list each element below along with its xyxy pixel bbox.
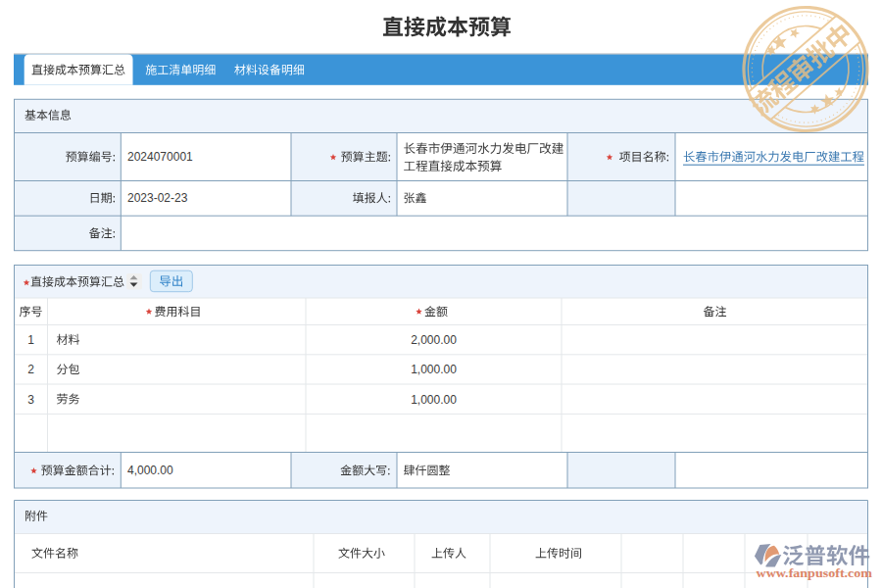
svg-text:2,000.00: 2,000.00 [411, 333, 457, 347]
svg-text:4,000.00: 4,000.00 [127, 464, 173, 477]
svg-text:2023-02-23: 2023-02-23 [127, 191, 188, 205]
svg-text:1: 1 [27, 333, 34, 347]
svg-text:2024070001: 2024070001 [127, 150, 193, 164]
svg-text:www.fanpusoft.com: www.fanpusoft.com [757, 565, 873, 580]
svg-text:2: 2 [27, 363, 34, 376]
svg-text:1,000.00: 1,000.00 [411, 393, 457, 407]
svg-text:1,000.00: 1,000.00 [411, 363, 457, 376]
svg-text:3: 3 [27, 393, 34, 407]
